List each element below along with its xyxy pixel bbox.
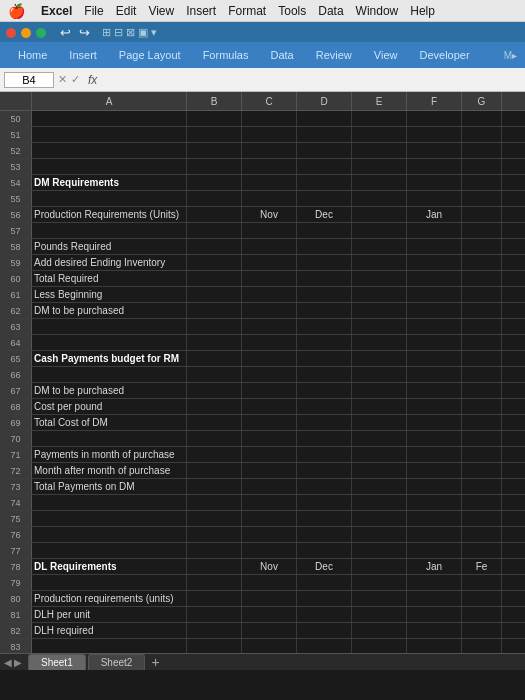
add-sheet-button[interactable]: + [147, 654, 163, 670]
menu-view[interactable]: View [148, 4, 174, 18]
cell-f-76[interactable] [407, 527, 462, 542]
cell-a-60[interactable]: Total Required [32, 271, 187, 286]
cell-b-66[interactable] [187, 367, 242, 382]
cell-d-75[interactable] [297, 511, 352, 526]
cell-f-64[interactable] [407, 335, 462, 350]
cell-reference-input[interactable] [4, 72, 54, 88]
cell-a-82[interactable]: DLH required [32, 623, 187, 638]
cell-c-51[interactable] [242, 127, 297, 142]
cell-c-73[interactable] [242, 479, 297, 494]
cell-c-82[interactable] [242, 623, 297, 638]
cell-c-65[interactable] [242, 351, 297, 366]
table-row[interactable]: 52 [0, 143, 525, 159]
cell-e-83[interactable] [352, 639, 407, 653]
cell-c-70[interactable] [242, 431, 297, 446]
cell-g-72[interactable] [462, 463, 502, 478]
cell-d-80[interactable] [297, 591, 352, 606]
table-row[interactable]: 71Payments in month of purchase [0, 447, 525, 463]
cell-e-75[interactable] [352, 511, 407, 526]
tab-home[interactable]: Home [8, 46, 57, 64]
cell-g-82[interactable] [462, 623, 502, 638]
table-row[interactable]: 54DM Requirements [0, 175, 525, 191]
cell-b-57[interactable] [187, 223, 242, 238]
cell-f-65[interactable] [407, 351, 462, 366]
menu-excel[interactable]: Excel [41, 4, 72, 18]
cell-g-51[interactable] [462, 127, 502, 142]
cell-e-74[interactable] [352, 495, 407, 510]
cell-e-68[interactable] [352, 399, 407, 414]
cell-d-69[interactable] [297, 415, 352, 430]
cell-d-73[interactable] [297, 479, 352, 494]
cell-c-67[interactable] [242, 383, 297, 398]
cell-e-61[interactable] [352, 287, 407, 302]
table-row[interactable]: 57 [0, 223, 525, 239]
cell-e-71[interactable] [352, 447, 407, 462]
table-row[interactable]: 50 [0, 111, 525, 127]
cell-e-53[interactable] [352, 159, 407, 174]
cell-a-66[interactable] [32, 367, 187, 382]
table-row[interactable]: 51 [0, 127, 525, 143]
cell-g-55[interactable] [462, 191, 502, 206]
cell-e-51[interactable] [352, 127, 407, 142]
menu-window[interactable]: Window [356, 4, 399, 18]
table-row[interactable]: 66 [0, 367, 525, 383]
table-row[interactable]: 65Cash Payments budget for RM [0, 351, 525, 367]
cell-f-55[interactable] [407, 191, 462, 206]
cell-a-67[interactable]: DM to be purchased [32, 383, 187, 398]
cell-g-73[interactable] [462, 479, 502, 494]
table-row[interactable]: 62DM to be purchased [0, 303, 525, 319]
cell-f-78[interactable]: Jan [407, 559, 462, 574]
cell-b-73[interactable] [187, 479, 242, 494]
cell-b-62[interactable] [187, 303, 242, 318]
cell-c-78[interactable]: Nov [242, 559, 297, 574]
cell-d-79[interactable] [297, 575, 352, 590]
table-row[interactable]: 69Total Cost of DM [0, 415, 525, 431]
cell-c-76[interactable] [242, 527, 297, 542]
cell-a-81[interactable]: DLH per unit [32, 607, 187, 622]
cell-g-74[interactable] [462, 495, 502, 510]
cell-c-56[interactable]: Nov [242, 207, 297, 222]
cell-e-79[interactable] [352, 575, 407, 590]
cell-f-81[interactable] [407, 607, 462, 622]
cell-g-76[interactable] [462, 527, 502, 542]
cell-e-64[interactable] [352, 335, 407, 350]
cell-f-57[interactable] [407, 223, 462, 238]
cell-b-70[interactable] [187, 431, 242, 446]
cell-a-55[interactable] [32, 191, 187, 206]
cell-a-75[interactable] [32, 511, 187, 526]
cell-c-64[interactable] [242, 335, 297, 350]
cell-b-81[interactable] [187, 607, 242, 622]
cell-c-63[interactable] [242, 319, 297, 334]
cell-f-51[interactable] [407, 127, 462, 142]
cell-e-54[interactable] [352, 175, 407, 190]
cell-g-60[interactable] [462, 271, 502, 286]
cell-c-75[interactable] [242, 511, 297, 526]
cell-b-69[interactable] [187, 415, 242, 430]
cell-e-59[interactable] [352, 255, 407, 270]
menu-data[interactable]: Data [318, 4, 343, 18]
cell-c-81[interactable] [242, 607, 297, 622]
cell-g-67[interactable] [462, 383, 502, 398]
cell-d-68[interactable] [297, 399, 352, 414]
cell-e-50[interactable] [352, 111, 407, 126]
table-row[interactable]: 60Total Required [0, 271, 525, 287]
table-row[interactable]: 55 [0, 191, 525, 207]
cell-a-63[interactable] [32, 319, 187, 334]
cell-b-58[interactable] [187, 239, 242, 254]
cell-g-80[interactable] [462, 591, 502, 606]
cell-a-64[interactable] [32, 335, 187, 350]
cell-g-66[interactable] [462, 367, 502, 382]
cell-f-63[interactable] [407, 319, 462, 334]
cell-c-61[interactable] [242, 287, 297, 302]
cell-c-58[interactable] [242, 239, 297, 254]
tab-page-layout[interactable]: Page Layout [109, 46, 191, 64]
cell-d-82[interactable] [297, 623, 352, 638]
cell-d-83[interactable] [297, 639, 352, 653]
table-row[interactable]: 56Production Requirements (Units)NovDecJ… [0, 207, 525, 223]
table-row[interactable]: 63 [0, 319, 525, 335]
cell-a-72[interactable]: Month after month of purchase [32, 463, 187, 478]
cell-d-62[interactable] [297, 303, 352, 318]
table-row[interactable]: 61Less Beginning [0, 287, 525, 303]
table-row[interactable]: 74 [0, 495, 525, 511]
cell-b-56[interactable] [187, 207, 242, 222]
